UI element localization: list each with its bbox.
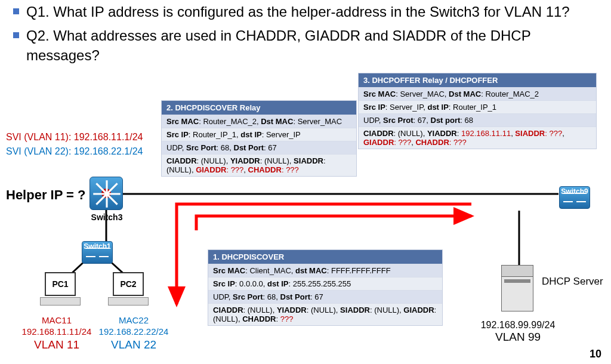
switch9-label: Switch9 bbox=[554, 187, 595, 196]
table-dhcpdiscover-relay: 2. DHCPDISCOVER Relay Src MAC: Router_MA… bbox=[161, 100, 357, 177]
table-header: 2. DHCPDISCOVER Relay bbox=[162, 101, 356, 115]
server-vlan: VLAN 99 bbox=[470, 331, 566, 344]
dhcp-server-icon bbox=[501, 265, 533, 311]
pc1-meta: MAC11 192.168.11.11/24 VLAN 11 bbox=[18, 315, 95, 351]
pc2-vlan: VLAN 22 bbox=[92, 338, 175, 352]
table-row: Src IP: 0.0.0.0, dst IP: 255.255.255.255 bbox=[208, 277, 442, 290]
table-row: Src MAC: Server_MAC, Dst MAC: Router_MAC… bbox=[359, 87, 596, 100]
table-header: 1. DHCPDISCOVER bbox=[208, 250, 442, 264]
table-row: UDP, Src Prot: 67, Dst port: 68 bbox=[359, 113, 596, 127]
pc1-ip: 192.168.11.11/24 bbox=[18, 326, 95, 338]
table-dhcpdiscover: 1. DHCPDISCOVER Src MAC: Client_MAC, dst… bbox=[208, 249, 443, 326]
helper-ip-label: Helper IP = ? bbox=[6, 187, 85, 203]
pc1-mac: MAC11 bbox=[18, 315, 95, 326]
table-row: UDP, Src Port: 68, Dst Port: 67 bbox=[208, 290, 442, 303]
table-row: CIADDR: (NULL), YIADDR: (NULL), SIADDR: … bbox=[162, 154, 356, 176]
table-row: CIADDR: (NULL), YIADDR: (NULL), SIADDR: … bbox=[208, 303, 442, 325]
table-row: Src IP: Server_IP, dst IP: Router_IP_1 bbox=[359, 100, 596, 113]
question-q2: Q2. What addresses are used in CHADDR, G… bbox=[0, 24, 611, 67]
table-header: 3. DHCPOFFER Relay / DHCPOFFER bbox=[359, 73, 596, 87]
pc1-name: PC1 bbox=[46, 273, 75, 289]
pc1-icon: PC1 bbox=[39, 272, 81, 306]
question-q1: Q1. What IP address is configured as the… bbox=[0, 0, 611, 24]
svi-config: SVI (VLAN 11): 192.168.11.1/24 SVI (VLAN… bbox=[6, 130, 143, 159]
server-ip: 192.168.99.99/24 bbox=[470, 320, 566, 331]
switch3-label: Switch3 bbox=[90, 212, 124, 222]
table-row: Src MAC: Router_MAC_2, Dst MAC: Server_M… bbox=[162, 115, 356, 128]
bullet-icon bbox=[13, 32, 19, 38]
svi-vlan11: SVI (VLAN 11): 192.168.11.1/24 bbox=[6, 130, 143, 144]
pc2-meta: MAC22 192.168.22.22/24 VLAN 22 bbox=[92, 315, 175, 351]
table-dhcpoffer: 3. DHCPOFFER Relay / DHCPOFFER Src MAC: … bbox=[358, 73, 597, 149]
pc2-mac: MAC22 bbox=[92, 315, 175, 326]
pc2-icon: PC2 bbox=[107, 272, 149, 306]
q2-text: Q2. What addresses are used in CHADDR, G… bbox=[26, 26, 599, 65]
pc2-name: PC2 bbox=[114, 273, 143, 289]
table-row: Src MAC: Client_MAC, dst MAC: FFFF.FFFF.… bbox=[208, 264, 442, 277]
bullet-icon bbox=[13, 8, 19, 14]
pc2-ip: 192.168.22.22/24 bbox=[92, 326, 175, 338]
server-meta: 192.168.99.99/24 VLAN 99 bbox=[470, 320, 566, 344]
pc1-vlan: VLAN 11 bbox=[18, 338, 95, 352]
table-row: UDP, Src Port: 68, Dst Port: 67 bbox=[162, 141, 356, 154]
table-row: Src IP: Router_IP_1, dst IP: Server_IP bbox=[162, 128, 356, 141]
table-row: CIADDR: (NULL), YIADDR: 192.168.11.11, S… bbox=[359, 127, 596, 149]
switch3-icon bbox=[90, 177, 124, 211]
slide-number: 10 bbox=[590, 348, 601, 360]
dhcp-server-label: DHCP Server bbox=[542, 276, 603, 288]
q1-text: Q1. What IP address is configured as the… bbox=[26, 2, 570, 21]
switch1-label: Switch1 bbox=[76, 242, 118, 251]
svi-vlan22: SVI (VLAN 22): 192.168.22.1/24 bbox=[6, 144, 143, 159]
